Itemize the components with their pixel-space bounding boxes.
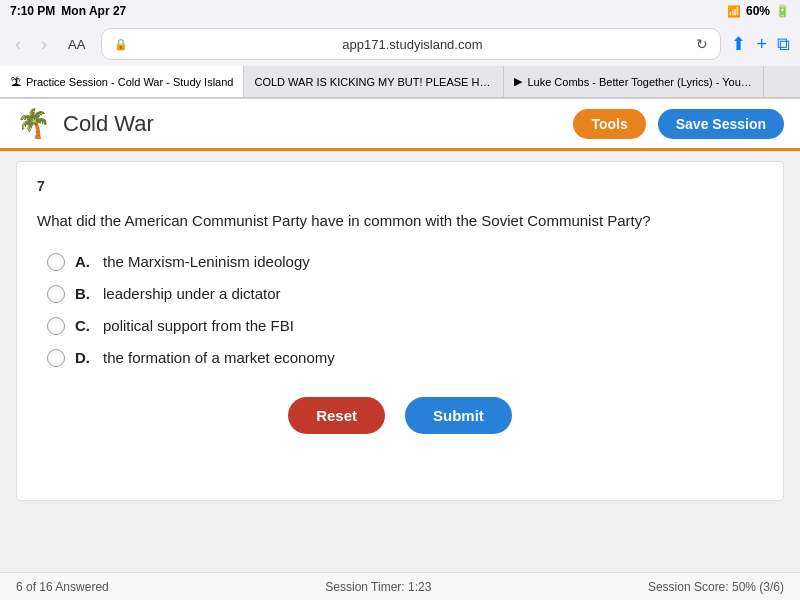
session-score: Session Score: 50% (3/6) — [648, 580, 784, 594]
forward-button[interactable]: › — [36, 32, 52, 57]
tab-label-1: Practice Session - Cold War - Study Isla… — [26, 76, 233, 88]
study-island-header: 🌴 Cold War Tools Save Session — [0, 99, 800, 151]
radio-c[interactable] — [47, 317, 65, 335]
status-bar: 7:10 PM Mon Apr 27 📶 60% 🔋 — [0, 0, 800, 22]
submit-button[interactable]: Submit — [405, 397, 512, 434]
option-d-letter: D. — [75, 349, 93, 366]
tab-label-3: Luke Combs - Better Together (Lyrics) - … — [527, 76, 753, 88]
tab-active[interactable]: 🏝 Practice Session - Cold War - Study Is… — [0, 66, 244, 97]
battery-icon: 🔋 — [775, 4, 790, 18]
back-button[interactable]: ‹ — [10, 32, 26, 57]
radio-d[interactable] — [47, 349, 65, 367]
reader-mode-button[interactable]: AA — [62, 35, 91, 54]
option-d-row: D. the formation of a market economy — [47, 349, 763, 367]
tab-label-2: COLD WAR IS KICKING MY BUT! PLEASE HELP.… — [254, 76, 493, 88]
url-text: app171.studyisland.com — [134, 37, 690, 52]
option-b-text: leadership under a dictator — [103, 285, 281, 302]
wifi-icon: 📶 — [727, 5, 741, 18]
tab-3[interactable]: ▶ Luke Combs - Better Together (Lyrics) … — [504, 66, 764, 97]
tools-button[interactable]: Tools — [573, 109, 645, 139]
page-title: Cold War — [63, 111, 561, 137]
battery-label: 60% — [746, 4, 770, 18]
tab-2[interactable]: COLD WAR IS KICKING MY BUT! PLEASE HELP.… — [244, 66, 504, 97]
option-c-text: political support from the FBI — [103, 317, 294, 334]
toolbar-actions: ⬆ + ⧉ — [731, 33, 790, 55]
option-a-text: the Marxism-Leninism ideology — [103, 253, 310, 270]
option-b-row: B. leadership under a dictator — [47, 285, 763, 303]
status-time: 7:10 PM — [10, 4, 55, 18]
tabs-button[interactable]: ⧉ — [777, 34, 790, 55]
reload-button[interactable]: ↻ — [696, 36, 708, 52]
share-button[interactable]: ⬆ — [731, 33, 746, 55]
tabs-bar: 🏝 Practice Session - Cold War - Study Is… — [0, 66, 800, 98]
option-a-row: A. the Marxism-Leninism ideology — [47, 253, 763, 271]
question-container: 7 What did the American Communist Party … — [16, 161, 784, 501]
save-session-button[interactable]: Save Session — [658, 109, 784, 139]
tab-favicon-1: 🏝 — [10, 76, 21, 88]
status-date: Mon Apr 27 — [61, 4, 126, 18]
session-timer: Session Timer: 1:23 — [325, 580, 431, 594]
tab-favicon-3: ▶ — [514, 75, 522, 88]
address-bar[interactable]: 🔒 app171.studyisland.com ↻ — [101, 28, 721, 60]
browser-toolbar: ‹ › AA 🔒 app171.studyisland.com ↻ ⬆ + ⧉ — [0, 22, 800, 66]
option-c-letter: C. — [75, 317, 93, 334]
logo-icon: 🌴 — [16, 107, 51, 140]
option-c-row: C. political support from the FBI — [47, 317, 763, 335]
option-d-text: the formation of a market economy — [103, 349, 335, 366]
add-tab-button[interactable]: + — [756, 34, 767, 55]
reset-button[interactable]: Reset — [288, 397, 385, 434]
action-buttons: Reset Submit — [37, 397, 763, 434]
question-text: What did the American Communist Party ha… — [37, 210, 763, 233]
lock-icon: 🔒 — [114, 38, 128, 51]
answered-count: 6 of 16 Answered — [16, 580, 109, 594]
question-number: 7 — [37, 178, 763, 194]
options-list: A. the Marxism-Leninism ideology B. lead… — [47, 253, 763, 367]
radio-b[interactable] — [47, 285, 65, 303]
option-a-letter: A. — [75, 253, 93, 270]
browser-chrome: ‹ › AA 🔒 app171.studyisland.com ↻ ⬆ + ⧉ … — [0, 22, 800, 99]
footer: 6 of 16 Answered Session Timer: 1:23 Ses… — [0, 572, 800, 600]
option-b-letter: B. — [75, 285, 93, 302]
radio-a[interactable] — [47, 253, 65, 271]
